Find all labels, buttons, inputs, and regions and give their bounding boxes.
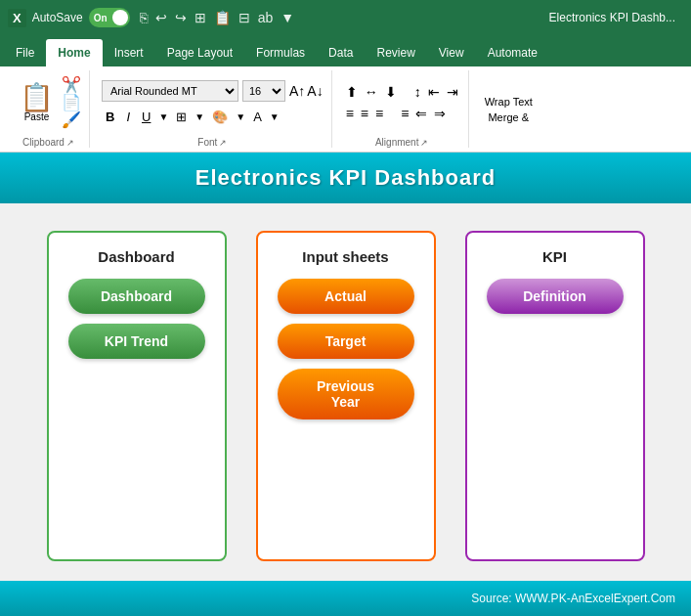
indent-decrease-button[interactable]: ⇤	[426, 82, 442, 102]
more-icon[interactable]: ▼	[281, 10, 294, 25]
underline-dropdown-icon[interactable]: ▼	[158, 111, 168, 122]
cut-icon[interactable]: ✂️	[62, 77, 81, 93]
tab-insert[interactable]: Insert	[103, 39, 155, 66]
kpi-card: KPI Definition	[465, 231, 645, 561]
actual-button[interactable]: Actual	[278, 279, 414, 314]
clipboard-content: 📋 Paste ✂️ 📄 🖌️	[16, 70, 81, 135]
target-button[interactable]: Target	[278, 324, 414, 359]
indent-increase-button[interactable]: ⇥	[445, 82, 460, 102]
input-sheets-card-title: Input sheets	[302, 248, 388, 265]
content-wrapper: Electronics KPI Dashboard Dashboard Dash…	[0, 153, 691, 616]
kpi-card-title: KPI	[542, 248, 567, 265]
cards-area: Dashboard Dashboard KPI Trend Input shee…	[0, 203, 691, 581]
tab-review[interactable]: Review	[365, 39, 426, 66]
rtl-button[interactable]: ⇐	[413, 104, 429, 123]
filter-icon[interactable]: ⊟	[238, 10, 250, 25]
font-format-row: B I U ▼ ⊞ ▼ 🎨 ▼ A ▼	[102, 108, 324, 126]
alignment-group: ⬆ ↔ ⬇ ↕ ⇤ ⇥ ≡ ≡ ≡ ≡ ⇐ ⇒ Alignment ↗	[336, 70, 469, 148]
font-size-select[interactable]: 16	[242, 80, 285, 102]
paste-button[interactable]: 📋 Paste	[16, 80, 58, 126]
ltr-button[interactable]: ⇒	[432, 104, 448, 123]
paste-label: Paste	[24, 111, 50, 122]
paste-icon: 📋	[20, 84, 54, 111]
fill-color-button[interactable]: 🎨	[208, 108, 232, 126]
font-name-select[interactable]: Arial Rounded MT	[102, 80, 238, 102]
dashboard-title: Electronics KPI Dashboard	[195, 165, 496, 191]
ribbon-toolbar: 📋 Paste ✂️ 📄 🖌️ Clipboard ↗ Arial Rounde…	[0, 66, 691, 153]
kpi-trend-button[interactable]: KPI Trend	[68, 324, 205, 359]
tab-formulas[interactable]: Formulas	[244, 39, 317, 66]
decrease-font-size-button[interactable]: A↓	[307, 84, 323, 98]
dashboard-header: Electronics KPI Dashboard	[0, 153, 691, 203]
toggle-knob	[112, 10, 128, 25]
text-direction-button[interactable]: ↕	[412, 82, 423, 102]
alignment-label: Alignment ↗	[375, 137, 428, 148]
align-row-top: ⬆ ↔ ⬇ ↕ ⇤ ⇥	[344, 82, 460, 102]
paste-options: ✂️ 📄 🖌️	[62, 77, 81, 128]
dashboard-card: Dashboard Dashboard KPI Trend	[47, 231, 227, 561]
align-middle-button[interactable]: ↔	[363, 82, 380, 102]
title-bar-icons: ⎘ ↩ ↪ ⊞ 📋 ⊟ ab ▼	[140, 10, 294, 25]
font-color-dropdown-icon[interactable]: ▼	[270, 111, 280, 122]
tab-automate[interactable]: Automate	[476, 39, 549, 66]
title-bar: X AutoSave On ⎘ ↩ ↪ ⊞ 📋 ⊟ ab ▼ Electroni…	[0, 0, 691, 35]
alignment-content: ⬆ ↔ ⬇ ↕ ⇤ ⇥ ≡ ≡ ≡ ≡ ⇐ ⇒	[344, 70, 460, 135]
fill-dropdown-icon[interactable]: ▼	[236, 111, 245, 122]
increase-font-size-button[interactable]: A↑	[289, 84, 305, 98]
wrap-text-button[interactable]: Wrap Text	[485, 96, 533, 108]
redo-icon[interactable]: ↪	[175, 10, 187, 25]
dashboard-button[interactable]: Dashboard	[68, 279, 205, 314]
tab-page-layout[interactable]: Page Layout	[155, 39, 244, 66]
copy-icon[interactable]: 📄	[62, 95, 81, 110]
window-title: Electronics KPI Dashb...	[549, 11, 675, 24]
insert-table-icon[interactable]: ⊞	[194, 10, 206, 25]
align-center-button[interactable]: ≡	[359, 104, 370, 123]
footer: Source: WWW.PK-AnExcelExpert.Com	[0, 581, 691, 616]
form-icon[interactable]: 📋	[214, 10, 231, 25]
undo-icon[interactable]: ↩	[155, 10, 167, 25]
toggle-on-text: On	[94, 13, 108, 23]
autosave-label: AutoSave	[32, 11, 83, 24]
tab-file[interactable]: File	[4, 39, 46, 66]
align-right-button[interactable]: ≡	[373, 104, 385, 123]
align-row-bottom: ≡ ≡ ≡ ≡ ⇐ ⇒	[344, 104, 460, 123]
align-bottom-button[interactable]: ⬇	[383, 82, 399, 102]
tab-data[interactable]: Data	[317, 39, 365, 66]
definition-button[interactable]: Definition	[487, 279, 624, 314]
merge-button[interactable]: Merge &	[485, 111, 533, 123]
align-left-button[interactable]: ≡	[344, 104, 356, 123]
format-painter-icon[interactable]: 🖌️	[62, 112, 81, 128]
border-dropdown-icon[interactable]: ▼	[194, 111, 204, 122]
font-group: Arial Rounded MT 16 A↑ A↓ B I U ▼ ⊞ ▼ 🎨 …	[94, 70, 332, 148]
font-color-button[interactable]: A	[249, 108, 266, 126]
previous-year-button[interactable]: Previous Year	[278, 369, 414, 419]
tab-home[interactable]: Home	[46, 39, 102, 66]
clipboard-label: Clipboard ↗	[22, 137, 74, 148]
clipboard-group: 📋 Paste ✂️ 📄 🖌️ Clipboard ↗	[8, 70, 90, 148]
bold-button[interactable]: B	[102, 108, 118, 126]
align-top-button[interactable]: ⬆	[344, 82, 360, 102]
ribbon-tabs: File Home Insert Page Layout Formulas Da…	[0, 35, 691, 66]
footer-text: Source: WWW.PK-AnExcelExpert.Com	[471, 592, 675, 605]
font-top-row: Arial Rounded MT 16 A↑ A↓	[102, 80, 324, 102]
autosave-toggle[interactable]: On	[89, 8, 130, 27]
font-label: Font ↗	[197, 137, 227, 148]
font-size-buttons: A↑ A↓	[289, 84, 324, 98]
font-expand-icon[interactable]: ↗	[219, 138, 227, 148]
save-icon[interactable]: ⎘	[140, 10, 148, 25]
alignment-expand-icon[interactable]: ↗	[420, 138, 428, 148]
dashboard-card-title: Dashboard	[98, 248, 174, 265]
excel-icon: X	[8, 9, 26, 27]
tab-view[interactable]: View	[427, 39, 476, 66]
review-icon[interactable]: ab	[258, 10, 274, 25]
align-full-button[interactable]: ≡	[399, 104, 410, 123]
wrap-merge-group: Wrap Text Merge &	[473, 70, 544, 148]
input-sheets-card: Input sheets Actual Target Previous Year	[256, 231, 436, 561]
italic-button[interactable]: I	[122, 108, 134, 126]
border-button[interactable]: ⊞	[172, 108, 191, 126]
clipboard-expand-icon[interactable]: ↗	[66, 138, 74, 148]
underline-button[interactable]: U	[138, 108, 154, 126]
